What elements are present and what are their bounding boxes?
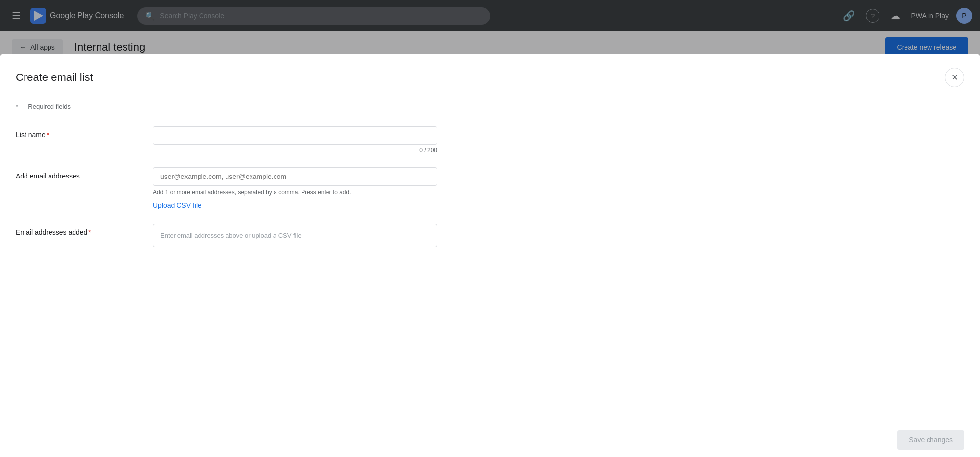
email-addresses-input[interactable] bbox=[153, 167, 437, 186]
email-hint: Add 1 or more email addresses, separated… bbox=[153, 189, 437, 196]
email-added-field: Enter email addresses above or upload a … bbox=[153, 224, 437, 247]
modal-overlay: Create email list ✕ * — Required fields … bbox=[0, 0, 980, 457]
list-name-field: 0 / 200 bbox=[153, 126, 437, 153]
email-added-placeholder-text: Enter email addresses above or upload a … bbox=[160, 232, 302, 239]
modal-close-button[interactable]: ✕ bbox=[945, 68, 964, 87]
email-added-label: Email addresses added* bbox=[16, 224, 153, 236]
email-addresses-row: Add email addresses Add 1 or more email … bbox=[16, 167, 964, 210]
list-name-row: List name* 0 / 200 bbox=[16, 126, 964, 153]
close-icon: ✕ bbox=[951, 72, 958, 83]
modal-body: * — Required fields List name* 0 / 200 A… bbox=[0, 87, 980, 422]
email-added-row: Email addresses added* Enter email addre… bbox=[16, 224, 964, 247]
modal-footer: Save changes bbox=[0, 422, 980, 457]
upload-csv-link[interactable]: Upload CSV file bbox=[153, 202, 201, 209]
list-name-char-count: 0 / 200 bbox=[153, 147, 437, 153]
email-added-required-star: * bbox=[88, 228, 91, 236]
email-addresses-label: Add email addresses bbox=[16, 167, 153, 180]
list-name-required-star: * bbox=[47, 131, 49, 139]
modal-header: Create email list ✕ bbox=[0, 54, 980, 87]
email-added-placeholder-box: Enter email addresses above or upload a … bbox=[153, 224, 437, 247]
list-name-label: List name* bbox=[16, 126, 153, 139]
save-changes-button[interactable]: Save changes bbox=[897, 430, 964, 450]
required-note: * — Required fields bbox=[16, 103, 964, 110]
modal-title: Create email list bbox=[16, 71, 93, 84]
email-addresses-field: Add 1 or more email addresses, separated… bbox=[153, 167, 437, 210]
list-name-input[interactable] bbox=[153, 126, 437, 145]
create-email-list-modal: Create email list ✕ * — Required fields … bbox=[0, 54, 980, 457]
